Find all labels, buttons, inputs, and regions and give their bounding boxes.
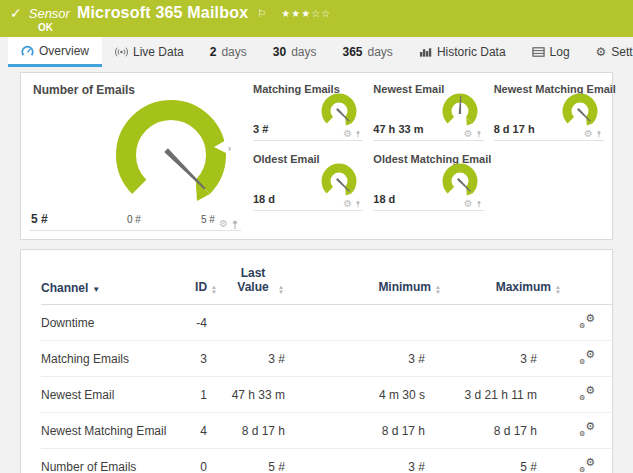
sort-icon: ▲▼ bbox=[278, 285, 284, 295]
cell-id: 4 bbox=[169, 413, 217, 449]
number-of-emails-gauge: x bbox=[111, 97, 231, 209]
gauge-title: Newest Email bbox=[373, 83, 444, 95]
cell-channel: Newest Email bbox=[41, 377, 169, 413]
tab-number: 365 bbox=[342, 45, 362, 59]
column-label: ID bbox=[195, 280, 207, 294]
object-kind-label: Sensor bbox=[29, 6, 70, 21]
cell-minimum: 8 d 17 h bbox=[299, 413, 441, 449]
tab-label: days bbox=[221, 45, 246, 59]
tab-label: days bbox=[291, 45, 316, 59]
tab-label: Settings bbox=[611, 45, 633, 59]
gauge-tile-oldest-matching-email: Oldest Matching Email 18 d ⚙ bbox=[373, 153, 483, 211]
tile-pin-icon[interactable] bbox=[476, 130, 482, 138]
gauge-limit-marker: x bbox=[228, 145, 231, 152]
gauge-current-value: 5 # bbox=[31, 212, 48, 226]
sort-icon: ▲▼ bbox=[211, 285, 217, 295]
column-header-maximum[interactable]: Maximum▲▼ bbox=[441, 260, 561, 305]
tab-label: Log bbox=[550, 45, 570, 59]
oldest-email-gauge bbox=[319, 163, 359, 199]
tab-live-data[interactable]: Live Data bbox=[102, 37, 197, 67]
tab-label: Historic Data bbox=[437, 45, 506, 59]
tab-log[interactable]: Log bbox=[519, 37, 583, 67]
gauge-title: Oldest Email bbox=[253, 153, 320, 165]
tile-gear-icon[interactable]: ⚙ bbox=[584, 129, 593, 139]
mini-gauge-grid: Matching Emails 3 # ⚙ Newest Email 47 h … bbox=[253, 81, 604, 231]
gauge-current-value: 8 d 17 h bbox=[494, 123, 535, 135]
cell-last-value: 47 h 33 m bbox=[217, 377, 299, 413]
tab-2-days[interactable]: 2 days bbox=[197, 37, 260, 67]
table-row: Newest Matching Email 4 8 d 17 h 8 d 17 … bbox=[41, 413, 613, 449]
gauge-icon bbox=[21, 45, 34, 57]
tab-365-days[interactable]: 365 days bbox=[329, 37, 405, 67]
cell-maximum: 3 # bbox=[441, 341, 561, 377]
tile-gear-icon[interactable]: ⚙ bbox=[343, 129, 352, 139]
cell-id: 1 bbox=[169, 377, 217, 413]
channel-settings-icon[interactable]: ⚙⚙ bbox=[579, 386, 595, 400]
gauge-tile-newest-matching-email: Newest Matching Email 8 d 17 h ⚙ bbox=[494, 83, 604, 141]
column-header-id[interactable]: ID▲▼ bbox=[169, 260, 217, 305]
table-row: Number of Emails 0 5 # 3 # 5 # ⚙⚙ bbox=[41, 449, 613, 473]
cell-id: -4 bbox=[169, 305, 217, 341]
gauge-scale-min: 0 # bbox=[127, 214, 141, 225]
tile-gear-icon[interactable]: ⚙ bbox=[464, 129, 473, 139]
tile-gear-icon[interactable]: ⚙ bbox=[219, 219, 228, 229]
tab-30-days[interactable]: 30 days bbox=[260, 37, 330, 67]
tile-pin-icon[interactable] bbox=[596, 130, 602, 138]
tile-gear-icon[interactable]: ⚙ bbox=[464, 199, 473, 209]
tab-historic-data[interactable]: Historic Data bbox=[406, 37, 519, 67]
cell-minimum: 3 # bbox=[299, 341, 441, 377]
sensor-header: ✓ Sensor Microsoft 365 Mailbox ⚐ ★★★☆☆ O… bbox=[0, 0, 633, 37]
gauge-current-value: 47 h 33 m bbox=[373, 123, 423, 135]
cell-maximum bbox=[441, 305, 561, 341]
gauge-current-value: 18 d bbox=[373, 193, 395, 205]
cell-channel: Matching Emails bbox=[41, 341, 169, 377]
gauge-current-value: 18 d bbox=[253, 193, 275, 205]
tile-pin-icon[interactable] bbox=[231, 220, 239, 229]
priority-stars[interactable]: ★★★☆☆ bbox=[281, 8, 331, 19]
cell-channel: Downtime bbox=[41, 305, 169, 341]
cell-maximum: 5 # bbox=[441, 449, 561, 473]
cell-maximum: 8 d 17 h bbox=[441, 413, 561, 449]
table-row: Matching Emails 3 3 # 3 # 3 # ⚙⚙ bbox=[41, 341, 613, 377]
status-ok-icon: ✓ bbox=[10, 5, 22, 21]
tile-gear-icon[interactable]: ⚙ bbox=[343, 199, 352, 209]
gauge-tile-oldest-email: Oldest Email 18 d ⚙ bbox=[253, 153, 363, 211]
cell-id: 3 bbox=[169, 341, 217, 377]
tab-settings[interactable]: ⚙ Settings bbox=[583, 37, 633, 67]
oldest-matching-email-gauge bbox=[440, 163, 480, 199]
tile-pin-icon[interactable] bbox=[355, 200, 361, 208]
column-label: Maximum bbox=[496, 280, 551, 294]
gear-icon: ⚙ bbox=[596, 46, 607, 58]
tab-overview[interactable]: Overview bbox=[8, 37, 102, 67]
cell-channel: Number of Emails bbox=[41, 449, 169, 473]
cell-id: 0 bbox=[169, 449, 217, 473]
channel-settings-icon[interactable]: ⚙⚙ bbox=[579, 350, 595, 364]
priority-flag-icon[interactable]: ⚐ bbox=[257, 8, 266, 19]
table-row: Newest Email 1 47 h 33 m 4 m 30 s 3 d 21… bbox=[41, 377, 613, 413]
column-label: Channel bbox=[41, 281, 88, 295]
gauge-scale-max: 5 # bbox=[201, 214, 215, 225]
column-header-last-value[interactable]: Last Value▲▼ bbox=[217, 260, 299, 305]
gauge-tile-matching-emails: Matching Emails 3 # ⚙ bbox=[253, 83, 363, 141]
column-header-channel[interactable]: Channel▼ bbox=[41, 260, 169, 305]
column-label: Last Value bbox=[232, 266, 274, 294]
sort-icon: ▲▼ bbox=[435, 285, 441, 295]
channel-settings-icon[interactable]: ⚙⚙ bbox=[579, 422, 595, 436]
overview-panel: Number of Emails x 0 # 5 # 5 # ⚙ Matchin… bbox=[20, 72, 613, 240]
tile-pin-icon[interactable] bbox=[355, 130, 361, 138]
broadcast-icon bbox=[115, 46, 128, 58]
cell-last-value: 8 d 17 h bbox=[217, 413, 299, 449]
status-badge: OK bbox=[38, 22, 53, 33]
newest-matching-email-gauge bbox=[560, 93, 600, 129]
cell-minimum: 4 m 30 s bbox=[299, 377, 441, 413]
tile-pin-icon[interactable] bbox=[476, 200, 482, 208]
column-header-minimum[interactable]: Minimum▲▼ bbox=[299, 260, 441, 305]
cell-last-value: 3 # bbox=[217, 341, 299, 377]
channel-table: Channel▼ ID▲▼ Last Value▲▼ Minimum▲▼ Max… bbox=[41, 260, 613, 473]
table-row: Downtime -4 ⚙⚙ bbox=[41, 305, 613, 341]
channel-settings-icon[interactable]: ⚙⚙ bbox=[579, 314, 595, 328]
channel-settings-icon[interactable]: ⚙⚙ bbox=[579, 458, 595, 472]
chart-icon bbox=[419, 46, 432, 58]
newest-email-gauge bbox=[440, 93, 480, 129]
gauge-tile-number-of-emails: Number of Emails x 0 # 5 # 5 # ⚙ bbox=[29, 81, 241, 231]
